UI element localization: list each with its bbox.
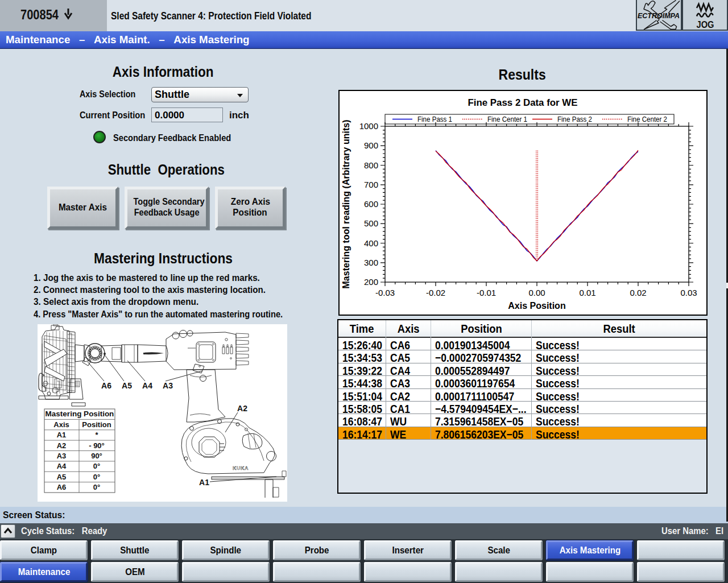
svg-text:ECTROIMPA: ECTROIMPA xyxy=(638,12,680,20)
svg-text:A1: A1 xyxy=(57,431,67,439)
svg-text:A6: A6 xyxy=(101,381,111,390)
svg-text:0.02: 0.02 xyxy=(630,288,646,297)
svg-text:200: 200 xyxy=(364,277,378,287)
svg-text:0.01: 0.01 xyxy=(579,288,595,297)
svg-text:0°: 0° xyxy=(93,483,100,491)
svg-text:Fine Pass 1: Fine Pass 1 xyxy=(417,115,452,123)
svg-text:90°: 90° xyxy=(91,452,102,460)
svg-text:0.03: 0.03 xyxy=(680,288,697,297)
svg-text:800: 800 xyxy=(364,160,378,170)
svg-text:-0.01: -0.01 xyxy=(477,288,496,297)
svg-text:-0.03: -0.03 xyxy=(375,288,395,297)
svg-text:0°: 0° xyxy=(93,473,100,481)
svg-text:JOG: JOG xyxy=(697,19,714,30)
svg-text:Position: Position xyxy=(82,420,111,429)
svg-text:400: 400 xyxy=(364,238,378,248)
svg-text:A3: A3 xyxy=(163,381,173,390)
svg-text:A5: A5 xyxy=(122,381,132,390)
svg-text:Mastering Position: Mastering Position xyxy=(46,410,114,418)
svg-text:500: 500 xyxy=(364,218,378,228)
svg-text:-0.02: -0.02 xyxy=(426,288,445,297)
svg-text:*: * xyxy=(95,431,98,439)
svg-text:0°: 0° xyxy=(93,462,100,470)
svg-text:A4: A4 xyxy=(142,381,152,390)
svg-text:A3: A3 xyxy=(57,452,67,460)
svg-text:A4: A4 xyxy=(57,462,67,470)
svg-text:300: 300 xyxy=(364,258,378,267)
svg-text:900: 900 xyxy=(364,140,378,150)
svg-text:A2: A2 xyxy=(237,404,247,413)
svg-text:Fine Pass 2: Fine Pass 2 xyxy=(557,115,592,123)
svg-text:600: 600 xyxy=(364,199,378,209)
svg-text:Fine Center 1: Fine Center 1 xyxy=(487,115,527,123)
svg-text:KUKA: KUKA xyxy=(233,465,249,471)
svg-text:1000: 1000 xyxy=(359,121,378,131)
svg-text:Fine Pass 2 Data for WE: Fine Pass 2 Data for WE xyxy=(468,97,578,108)
svg-text:A6: A6 xyxy=(57,483,67,491)
svg-text:Axis Position: Axis Position xyxy=(508,301,565,311)
svg-text:Mastering tool reading (Arbitr: Mastering tool reading (Arbitrary units) xyxy=(341,120,351,289)
svg-text:Axis: Axis xyxy=(53,420,69,429)
svg-text:700: 700 xyxy=(364,180,378,189)
svg-text:Fine Center 2: Fine Center 2 xyxy=(627,115,667,123)
svg-text:- 90°: - 90° xyxy=(89,441,105,450)
svg-text:A1: A1 xyxy=(199,478,209,487)
svg-text:A5: A5 xyxy=(57,473,67,481)
svg-text:A2: A2 xyxy=(57,441,67,450)
svg-text:0.00: 0.00 xyxy=(528,288,545,297)
